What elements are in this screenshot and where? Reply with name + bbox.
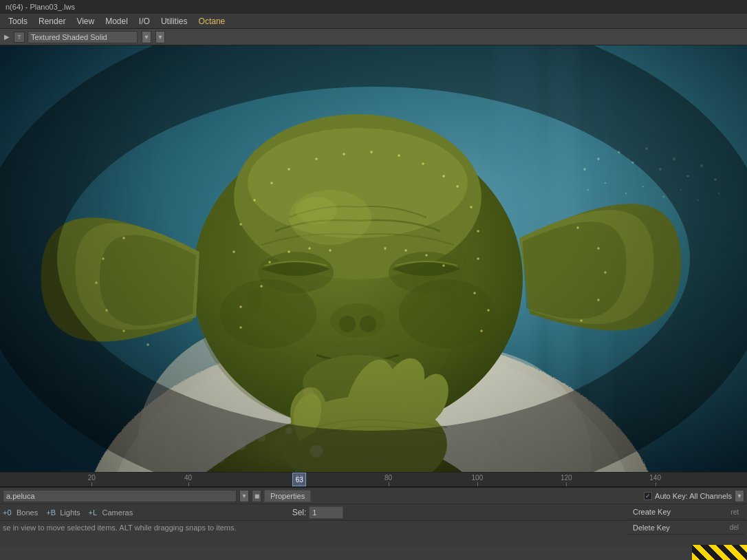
delete-key-shortcut: del <box>730 524 739 531</box>
svg-point-37 <box>398 155 400 157</box>
viewport[interactable] <box>0 45 747 472</box>
svg-point-50 <box>96 282 98 284</box>
create-key-shortcut: ret <box>730 508 739 516</box>
create-key-label: Create Key <box>633 508 671 516</box>
delete-key-btn[interactable]: Delete Key del <box>627 521 744 535</box>
viewport-render <box>0 45 747 472</box>
svg-point-45 <box>470 206 473 208</box>
svg-point-94 <box>642 186 644 187</box>
svg-point-53 <box>147 344 149 346</box>
timeline-label-120: 120 <box>561 474 572 482</box>
svg-point-47 <box>477 258 479 260</box>
svg-point-58 <box>581 320 583 322</box>
bones-prefix: +0 <box>3 508 14 517</box>
toolbar: ▶ T Textured Shaded Solid ▼ ▼ <box>0 29 747 45</box>
bottom-panel: a.peluca ▼ ◼ Properties ✓ Auto Key: All … <box>0 487 747 548</box>
svg-point-92 <box>605 182 606 184</box>
timeline-label-140: 140 <box>649 474 661 482</box>
delete-key-label: Delete Key <box>633 524 670 532</box>
menu-model[interactable]: Model <box>100 15 133 28</box>
svg-point-82 <box>598 158 600 160</box>
timeline-label-20: 20 <box>88 474 96 482</box>
svg-point-70 <box>405 250 407 252</box>
svg-point-72 <box>443 265 445 267</box>
layer-name: a.peluca <box>6 492 35 500</box>
timeline-playhead[interactable]: 63 <box>292 473 306 486</box>
menu-view[interactable]: View <box>71 15 100 28</box>
anim-controls-row: a.peluca ▼ ◼ Properties ✓ Auto Key: All … <box>0 488 747 504</box>
svg-point-52 <box>123 330 125 332</box>
timeline-tick-100 <box>477 482 478 486</box>
svg-point-59 <box>261 286 263 288</box>
svg-point-62 <box>474 292 476 294</box>
svg-point-95 <box>663 196 664 197</box>
auto-key-checkbox-group: ✓ Auto Key: All Channels <box>644 492 732 500</box>
timeline-label-80: 80 <box>385 474 392 482</box>
menu-octane[interactable]: Octane <box>193 15 231 28</box>
texture-mode-icon: T <box>14 32 25 43</box>
svg-point-46 <box>477 230 479 233</box>
svg-point-42 <box>240 224 242 226</box>
properties-btn[interactable]: Properties <box>264 490 311 502</box>
svg-point-64 <box>481 330 483 332</box>
svg-point-39 <box>443 175 445 177</box>
svg-point-22 <box>296 197 337 224</box>
timeline-label-100: 100 <box>472 474 484 482</box>
properties-label: Properties <box>270 492 305 500</box>
current-frame: 63 <box>296 476 303 484</box>
svg-point-48 <box>123 237 125 239</box>
svg-point-71 <box>426 255 428 257</box>
svg-point-56 <box>605 272 607 274</box>
sel-input[interactable]: 1 <box>309 506 343 519</box>
svg-point-54 <box>577 227 579 229</box>
svg-point-51 <box>106 310 108 312</box>
bones-label[interactable]: Bones <box>17 508 38 517</box>
timeline-tick-20 <box>91 482 92 486</box>
layer-options-btn[interactable]: ◼ <box>252 490 261 502</box>
toolbar-expand-arrow[interactable]: ▶ <box>3 33 11 41</box>
key-section-left: +0 Bones +B Lights +L Cameras <box>3 508 287 517</box>
timeline-tick-40 <box>188 482 189 486</box>
auto-key-dropdown-btn[interactable]: ▼ <box>735 490 744 502</box>
svg-point-55 <box>598 248 600 250</box>
menu-utilities[interactable]: Utilities <box>155 15 193 28</box>
svg-point-68 <box>329 250 332 252</box>
cameras-prefix: +L <box>89 508 100 517</box>
svg-point-15 <box>330 303 385 338</box>
timeline-label-40: 40 <box>184 474 192 482</box>
keys-row: +0 Bones +B Lights +L Cameras Sel: 1 Cre… <box>0 504 747 521</box>
menu-tools[interactable]: Tools <box>3 15 33 28</box>
svg-point-24 <box>303 388 314 396</box>
menu-io[interactable]: I/O <box>133 15 155 28</box>
lights-prefix: +B <box>46 508 57 517</box>
svg-point-41 <box>254 200 256 202</box>
view-mode-dropdown[interactable]: Textured Shaded Solid <box>28 31 138 43</box>
svg-point-16 <box>339 316 356 332</box>
status-row: se in view to move selected items. ALT w… <box>0 521 747 535</box>
svg-point-34 <box>316 158 318 160</box>
svg-point-67 <box>309 248 311 250</box>
svg-point-81 <box>584 169 586 171</box>
svg-point-33 <box>288 169 290 171</box>
auto-key-checkbox[interactable]: ✓ <box>644 492 652 500</box>
view-options-btn[interactable]: ▼ <box>155 31 165 43</box>
layer-dropdown-btn[interactable]: ▼ <box>239 490 249 502</box>
layer-dropdown[interactable]: a.peluca <box>3 490 237 502</box>
timeline[interactable]: 20 40 63 80 100 120 140 63 <box>0 472 747 487</box>
svg-point-61 <box>240 327 242 329</box>
key-buttons-section: Create Key ret <box>627 506 744 519</box>
view-mode-dropdown-arrow[interactable]: ▼ <box>142 31 151 43</box>
svg-point-91 <box>587 189 589 191</box>
auto-key-label: Auto Key: All Channels <box>655 492 732 500</box>
delete-key-section: Delete Key del <box>627 521 744 535</box>
svg-point-49 <box>102 258 105 260</box>
svg-point-76 <box>243 409 246 411</box>
svg-point-19 <box>220 279 316 348</box>
status-text: se in view to move selected items. ALT w… <box>3 524 237 532</box>
lights-label[interactable]: Lights <box>60 508 80 517</box>
create-key-btn[interactable]: Create Key ret <box>627 506 744 519</box>
svg-point-36 <box>371 151 373 153</box>
menu-render[interactable]: Render <box>33 15 71 28</box>
svg-point-63 <box>488 310 490 312</box>
cameras-label[interactable]: Cameras <box>102 508 133 517</box>
